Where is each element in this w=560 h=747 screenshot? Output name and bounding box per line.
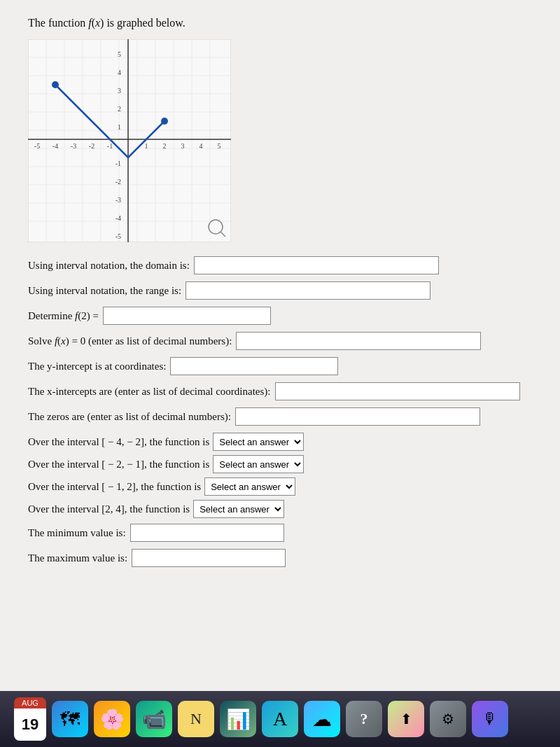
- page-title: The function f(x) is graphed below.: [28, 17, 532, 29]
- svg-text:-1: -1: [107, 142, 113, 150]
- interval-label-1: Over the interval [ − 4, − 2], the funct…: [28, 436, 209, 448]
- dock: AUG 19 🗺 🌸 📹 N 📊 A ☁ ? ⬆ ⚙ 🎙: [0, 691, 560, 747]
- dock-system-icon[interactable]: ⚙: [430, 701, 466, 737]
- zeros-row: The zeros are (enter as list of decimal …: [28, 407, 532, 426]
- interval-row-1: Over the interval [ − 4, − 2], the funct…: [28, 433, 532, 451]
- function-graph: -5 -4 -3 -2 -1 1 2 3 4 5 5 4 3 2 1 -1 -2…: [28, 39, 231, 242]
- svg-text:-3: -3: [115, 196, 121, 204]
- dock-help-icon[interactable]: ?: [346, 701, 382, 737]
- svg-text:4: 4: [118, 69, 121, 76]
- svg-text:1: 1: [145, 142, 148, 150]
- x-intercepts-input[interactable]: [275, 382, 520, 400]
- max-input[interactable]: [132, 549, 286, 567]
- svg-text:3: 3: [181, 142, 185, 150]
- dock-action-icon[interactable]: ⬆: [388, 701, 424, 737]
- svg-text:2: 2: [118, 105, 121, 113]
- svg-text:4: 4: [200, 142, 203, 150]
- dock-calendar-month: AUG: [14, 697, 46, 708]
- interval-label-3: Over the interval [ − 1, 2], the functio…: [28, 481, 201, 493]
- y-intercept-row: The y-intercept is at coordinates:: [28, 357, 532, 375]
- y-intercept-label: The y-intercept is at coordinates:: [28, 361, 166, 372]
- domain-input[interactable]: [194, 256, 439, 274]
- max-row: The maximum value is:: [28, 549, 532, 567]
- dock-photos-icon[interactable]: 🌸: [94, 701, 130, 737]
- svg-text:1: 1: [118, 123, 121, 131]
- dock-notes-icon[interactable]: N: [178, 701, 214, 737]
- svg-text:2: 2: [163, 142, 167, 150]
- interval-row-3: Over the interval [ − 1, 2], the functio…: [28, 477, 532, 496]
- interval-select-4[interactable]: Select an answer Increasing Decreasing C…: [193, 500, 284, 518]
- x-intercepts-row: The x-intercepts are (enter as list of d…: [28, 382, 532, 400]
- svg-text:-3: -3: [71, 142, 76, 150]
- dock-calendar-icon[interactable]: AUG 19: [14, 697, 46, 741]
- interval-label-2: Over the interval [ − 2, − 1], the funct…: [28, 459, 209, 470]
- zeros-input[interactable]: [235, 407, 480, 426]
- svg-text:-2: -2: [115, 178, 121, 186]
- svg-text:-4: -4: [115, 214, 121, 222]
- interval-select-3[interactable]: Select an answer Increasing Decreasing C…: [204, 477, 295, 496]
- svg-text:-5: -5: [115, 232, 121, 240]
- range-row: Using interval notation, the range is:: [28, 281, 532, 300]
- x-intercepts-label: The x-intercepts are (enter as list of d…: [28, 386, 271, 398]
- interval-select-2[interactable]: Select an answer Increasing Decreasing C…: [213, 455, 304, 473]
- svg-rect-0: [28, 39, 231, 242]
- svg-text:5: 5: [118, 50, 121, 58]
- svg-point-43: [52, 81, 59, 88]
- domain-label: Using interval notation, the domain is:: [28, 260, 190, 272]
- svg-point-44: [161, 118, 168, 125]
- dock-icloud-icon[interactable]: ☁: [304, 701, 340, 737]
- range-label: Using interval notation, the range is:: [28, 285, 181, 297]
- min-row: The minimum value is:: [28, 524, 532, 542]
- solve-row: Solve f(x) = 0 (enter as list of decimal…: [28, 332, 532, 350]
- graph-container: -5 -4 -3 -2 -1 1 2 3 4 5 5 4 3 2 1 -1 -2…: [28, 39, 231, 242]
- dock-maps-icon[interactable]: 🗺: [52, 701, 88, 737]
- max-label: The maximum value is:: [28, 552, 127, 564]
- f2-row: Determine f(2) =: [28, 307, 532, 325]
- svg-text:-1: -1: [115, 160, 121, 167]
- solve-input[interactable]: [236, 332, 481, 350]
- dock-calendar-day: 19: [14, 708, 46, 741]
- min-label: The minimum value is:: [28, 527, 126, 539]
- f2-label-pre: Determine f(2) =: [28, 310, 99, 322]
- interval-label-4: Over the interval [2, 4], the function i…: [28, 503, 190, 515]
- questions-section: Using interval notation, the domain is: …: [28, 256, 532, 567]
- domain-row: Using interval notation, the domain is:: [28, 256, 532, 274]
- svg-text:5: 5: [218, 142, 221, 150]
- svg-text:3: 3: [118, 87, 121, 95]
- dock-facetime-icon[interactable]: 📹: [136, 701, 172, 737]
- dock-appstore-icon[interactable]: A: [262, 701, 298, 737]
- interval-row-2: Over the interval [ − 2, − 1], the funct…: [28, 455, 532, 473]
- y-intercept-input[interactable]: [170, 357, 338, 375]
- svg-text:-4: -4: [52, 142, 58, 150]
- min-input[interactable]: [130, 524, 284, 542]
- main-content: The function f(x) is graphed below.: [0, 0, 560, 691]
- svg-text:-2: -2: [89, 142, 94, 150]
- f2-input[interactable]: [103, 307, 271, 325]
- solve-label: Solve f(x) = 0 (enter as list of decimal…: [28, 335, 232, 347]
- range-input[interactable]: [186, 281, 430, 300]
- zeros-label: The zeros are (enter as list of decimal …: [28, 411, 231, 423]
- interval-select-1[interactable]: Select an answer Increasing Decreasing C…: [213, 433, 304, 451]
- interval-row-4: Over the interval [2, 4], the function i…: [28, 500, 532, 518]
- dock-podcast-icon[interactable]: 🎙: [472, 701, 508, 737]
- svg-text:-5: -5: [34, 142, 40, 150]
- dock-numbers-icon[interactable]: 📊: [220, 701, 256, 737]
